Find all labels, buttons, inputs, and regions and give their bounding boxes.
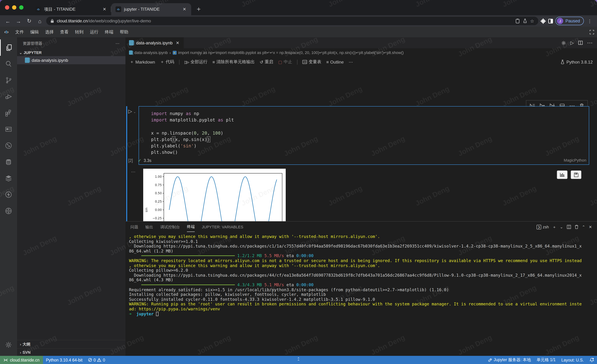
search-icon[interactable] — [0, 56, 17, 72]
layout-item[interactable]: Layout: U.S. — [558, 358, 587, 362]
menu-item-6[interactable]: 终端 — [102, 29, 117, 34]
home-icon[interactable]: ⌂ — [36, 18, 44, 24]
sidebar-more-icon[interactable]: ⋯ — [116, 41, 120, 46]
new-tab-button[interactable]: ＋ — [196, 5, 202, 13]
notifications-bell-icon[interactable] — [587, 358, 597, 362]
breadcrumb[interactable]: data-analysis.ipynb › e import numpy as … — [126, 48, 597, 57]
profile-badge[interactable]: J Paused — [556, 17, 584, 25]
breadcrumb-code[interactable]: import numpy as np↵import matplotlib.pyp… — [178, 50, 404, 55]
run-all-button[interactable]: ▷▷全部运行 — [185, 59, 208, 65]
new-terminal-icon[interactable]: ＋ — [552, 224, 556, 230]
panel-tab-4[interactable]: JUPYTER: VARIABLES — [202, 223, 243, 231]
menu-item-3[interactable]: 查看 — [57, 29, 72, 34]
add-code-button[interactable]: ＋代码 — [160, 59, 174, 65]
window-controls[interactable] — [5, 5, 24, 10]
svg-text:0.00: 0.00 — [155, 208, 162, 212]
panel-tab-2[interactable]: 调试控制台 — [160, 222, 180, 232]
sidebar-section-svn[interactable]: › SVN — [17, 348, 126, 356]
kill-terminal-icon[interactable] — [574, 225, 578, 229]
split-editor-icon[interactable] — [578, 40, 583, 45]
plot-viewer-button[interactable] — [557, 170, 567, 179]
browser-tab-jupyter[interactable]: ‹t› jupyter - TITANIDE ✕ — [111, 3, 191, 15]
share-icon[interactable] — [523, 18, 527, 23]
variables-button[interactable]: (x)变量表 — [303, 59, 322, 65]
close-panel-icon[interactable]: ✕ — [589, 225, 592, 229]
extensions-icon[interactable] — [0, 105, 17, 121]
maximize-window-button[interactable] — [19, 5, 24, 10]
problems-item[interactable]: 0 0 — [85, 358, 108, 362]
explorer-icon[interactable] — [0, 39, 17, 56]
remote-indicator[interactable]: cloud.titanide.cn — [0, 356, 43, 364]
shell-selector[interactable]: ❯ zsh — [537, 225, 549, 229]
menu-item-1[interactable]: 编辑 — [27, 29, 42, 34]
sidebar-section-jupyter[interactable]: ⌄ JUPYTER — [17, 49, 126, 56]
extensions-puzzle-icon[interactable] — [541, 18, 546, 24]
back-icon[interactable]: ← — [4, 18, 12, 24]
python-symbol-icon: e — [173, 51, 176, 54]
terminal-output[interactable]: , otherwise you may silence this warning… — [126, 232, 597, 317]
minimize-window-button[interactable] — [12, 5, 16, 10]
split-terminal-icon[interactable] — [567, 225, 571, 229]
close-editor-icon[interactable]: ✕ — [175, 40, 180, 45]
database-icon[interactable] — [0, 154, 17, 170]
run-debug-icon[interactable] — [0, 88, 17, 105]
terminal-dropdown-chevron-icon[interactable]: ⌄ — [560, 225, 563, 229]
remote-expand-icon[interactable] — [0, 203, 17, 219]
editor-tab-notebook[interactable]: data-analysis.ipynb ✕ — [126, 37, 184, 48]
live-preview-icon[interactable] — [0, 121, 17, 137]
sidebar-section-outline[interactable]: › 大纲 — [17, 340, 126, 348]
reload-icon[interactable]: ↻ — [25, 18, 33, 24]
run-all-icon[interactable]: ▷ — [570, 40, 574, 46]
sidebar-item-notebook[interactable]: data-analysis.ipynb — [17, 56, 126, 64]
more-actions-icon[interactable]: ⋯ — [587, 39, 593, 46]
kernel-gear-icon[interactable] — [561, 40, 566, 45]
fullscreen-icon[interactable] — [589, 30, 594, 34]
panel-tab-0[interactable]: 问题 — [130, 222, 138, 232]
section-label: JUPYTER — [24, 50, 42, 55]
maximize-panel-icon[interactable]: ⌃ — [582, 225, 585, 229]
jupyter-server-item[interactable]: Jupyter 服务器: 本地 — [485, 357, 534, 363]
run-options-chevron-icon[interactable]: ⌄ — [134, 110, 136, 114]
clear-outputs-button[interactable]: ≡清除所有单元格输出 — [212, 59, 255, 65]
run-cell-button[interactable]: ▷ ⌄ — [128, 108, 136, 114]
outline-button[interactable]: ≡Outline — [326, 60, 344, 64]
output-more-icon[interactable]: ⋯ — [131, 169, 136, 174]
bookmark-star-icon[interactable]: ☆ — [530, 18, 534, 24]
close-tab-icon[interactable]: ✕ — [182, 7, 187, 12]
toolbar-more-icon[interactable]: ⋯ — [349, 60, 353, 64]
svn-graph-icon[interactable] — [0, 137, 17, 154]
lightning-icon[interactable] — [0, 186, 17, 203]
kernel-picker[interactable]: Python 3.8.12 — [560, 60, 593, 64]
settings-gear-icon[interactable] — [0, 337, 17, 353]
browser-menu-kebab-icon[interactable]: ⋮ — [586, 18, 593, 24]
cell-language-mode[interactable]: MagicPython — [564, 158, 586, 162]
menu-item-7[interactable]: 帮助 — [117, 29, 132, 34]
source-control-icon[interactable] — [0, 72, 17, 88]
browser-tab-project[interactable]: ‹t› 项目 - TITANIDE ✕ — [31, 3, 111, 15]
cell-position-item[interactable]: 单元格 1/1 — [534, 357, 558, 363]
terminal-line: Collecting kiwisolver>=1.0.1 — [129, 239, 597, 244]
tab-title: jupyter - TITANIDE — [124, 7, 179, 12]
python-version-item[interactable]: Python 3.10.4 64-bit — [43, 358, 85, 362]
breadcrumb-file[interactable]: data-analysis.ipynb — [134, 50, 168, 55]
titanide-favicon: ‹t› — [36, 6, 41, 12]
add-markdown-button[interactable]: ＋Markdown — [130, 59, 155, 65]
menu-item-2[interactable]: 选择 — [42, 29, 57, 34]
cell-code[interactable]: import numpy as np import matplotlib.pyp… — [151, 110, 234, 156]
terminal-line: Installing collected packages: pillow, k… — [129, 292, 597, 297]
side-panel-icon[interactable] — [548, 18, 553, 24]
restart-button[interactable]: ↺重启 — [260, 59, 273, 65]
panel-expand-chevrons-icon[interactable]: ⌃⌃ — [297, 358, 300, 362]
menu-item-4[interactable]: 转到 — [72, 29, 87, 34]
save-plot-button[interactable] — [571, 170, 581, 179]
forward-icon[interactable]: → — [14, 18, 23, 24]
menu-item-0[interactable]: 文件 — [12, 29, 27, 34]
menu-item-5[interactable]: 运行 — [87, 29, 102, 34]
clipboard-icon[interactable] — [515, 18, 520, 23]
close-window-button[interactable] — [5, 5, 9, 10]
address-bar[interactable]: cloud.titanide.cn/ide/web/coding/jupyter… — [46, 17, 539, 25]
layers-stack-icon[interactable] — [0, 170, 17, 186]
panel-tab-3[interactable]: 终端 — [187, 222, 195, 232]
close-tab-icon[interactable]: ✕ — [102, 7, 107, 12]
panel-tab-1[interactable]: 输出 — [145, 222, 153, 232]
